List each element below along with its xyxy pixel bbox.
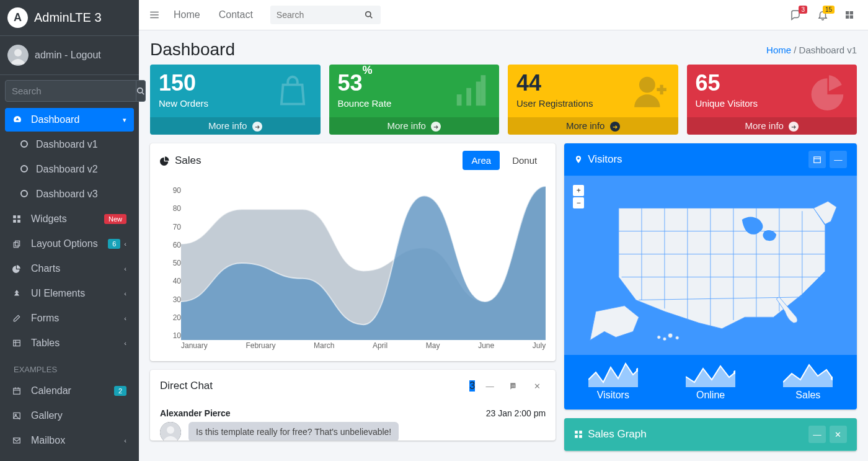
sidebar-item-dashboard[interactable]: Dashboard ▾ [5,108,134,132]
chat-sender-name: Alexander Pierce [160,408,231,418]
sidebar-item-ui[interactable]: UI Elements‹ [5,282,134,305]
svg-marker-54 [588,364,638,387]
svg-rect-10 [14,340,20,346]
bar-chart-icon [452,72,490,110]
nav-header-examples: EXAMPLES [5,356,134,378]
badge-count: 6 [108,239,120,249]
badge-new: New [104,214,126,224]
svg-point-23 [366,12,371,17]
arrow-right-icon: ➜ [252,122,262,132]
sidebar-item-calendar[interactable]: Calendar2 [5,379,134,403]
user-plus-icon [631,72,670,110]
circle-icon [17,189,31,200]
user-link[interactable]: admin - Logout [35,50,101,61]
card-title: Direct Chat [160,380,213,392]
circle-icon [17,139,31,150]
collapse-button[interactable]: — [830,151,847,168]
sidebar-item-tables[interactable]: Tables‹ [5,331,134,355]
chevron-left-icon: ‹ [124,240,126,248]
close-button[interactable]: ✕ [528,377,546,395]
small-box-link[interactable]: More info ➜ [687,117,857,135]
zoom-out-button[interactable]: − [573,197,584,208]
sidebar-item-dashboard-v3[interactable]: Dashboard v3 [5,182,134,206]
small-box-link[interactable]: More info ➜ [150,117,321,135]
stat-suffix: % [363,65,373,76]
topnav-messages-button[interactable]: 3 [786,9,805,20]
svg-point-33 [639,77,655,93]
sidebar-search-input[interactable] [5,80,136,102]
chat-body[interactable]: Alexander Pierce 23 Jan 2:00 pm Is this … [150,402,556,441]
brand[interactable]: A AdminLTE 3 [0,0,139,36]
hamburger-button[interactable] [149,9,160,20]
main: Home Contact 3 15 Dashboard Home [139,0,868,461]
th-icon [12,215,26,223]
svg-rect-61 [579,431,582,434]
calendar-icon [12,387,26,395]
collapse-button[interactable]: — [808,426,826,443]
visitors-map[interactable]: + − [564,176,857,355]
svg-rect-17 [14,413,20,418]
table-icon [12,339,26,347]
breadcrumb-current: Dashboard v1 [799,45,857,55]
topnav-contact-link[interactable]: Contact [214,9,258,20]
sidebar-item-charts[interactable]: Charts‹ [5,257,134,280]
sales-chart-card: Sales Area Donut 908070605040302010 Janu… [150,143,556,361]
svg-rect-32 [481,75,486,105]
close-button[interactable]: ✕ [830,426,847,443]
topnav-search-input[interactable] [270,6,357,24]
direct-chat-card: Direct Chat 3 — ✕ Alexander Pierce [150,370,556,441]
svg-rect-60 [575,431,578,434]
chat-badge: 3 [469,380,475,392]
page-title: Dashboard [150,40,235,60]
sidebar-search [0,75,139,107]
spark-visitors: Visitors [588,361,638,401]
arrow-right-icon: ➜ [789,122,799,132]
breadcrumb: Home / Dashboard v1 [766,45,857,55]
map-zoom-controls: + − [573,185,584,210]
chevron-left-icon: ‹ [124,339,126,347]
visitors-card: Visitors — + − [564,143,857,410]
svg-rect-28 [850,16,853,19]
sidebar: A AdminLTE 3 admin - Logout Dashboard ▾ [0,0,139,461]
contacts-button[interactable] [505,377,522,395]
svg-point-35 [167,426,174,434]
sidebar-item-forms[interactable]: Forms‹ [5,307,134,330]
svg-rect-25 [846,11,849,14]
sales-area-chart: 908070605040302010 JanuaryFebruaryMarchA… [160,186,546,352]
sales-graph-card: Sales Graph — ✕ [564,418,857,451]
zoom-in-button[interactable]: + [573,185,584,196]
sidebar-item-label: Mailbox [31,435,65,446]
sidebar-item-dashboard-v2[interactable]: Dashboard v2 [5,158,134,181]
topnav-notifications-button[interactable]: 15 [813,9,832,20]
sidebar-item-label: Dashboard [31,114,79,125]
topnav-home-link[interactable]: Home [169,9,205,20]
sidebar-item-label: Tables [31,338,60,349]
tab-area[interactable]: Area [463,151,500,170]
topnav-search-button[interactable] [357,7,381,23]
sidebar-item-widgets[interactable]: WidgetsNew [5,207,134,231]
small-box-visitors: 65Unique Visitors More info ➜ [687,65,857,135]
stat-value: 44 [516,70,541,96]
tab-donut[interactable]: Donut [503,151,546,170]
sidebar-item-dashboard-v1[interactable]: Dashboard v1 [5,133,134,156]
small-box-link[interactable]: More info ➜ [329,117,500,135]
topnav-search [270,6,381,24]
sidebar-item-layout[interactable]: Layout Options6‹ [5,232,134,256]
stat-value: 65 [696,70,720,96]
chat-timestamp: 23 Jan 2:00 pm [486,408,546,418]
small-box-link[interactable]: More info ➜ [508,117,678,135]
calendar-button[interactable] [808,151,826,168]
svg-rect-6 [13,220,16,223]
pie-chart-icon [810,72,848,110]
sidebar-item-mailbox[interactable]: Mailbox‹ [5,429,134,452]
svg-rect-30 [466,88,471,105]
svg-line-24 [370,16,373,19]
breadcrumb-home[interactable]: Home [766,45,791,55]
topnav-apps-button[interactable] [841,10,858,20]
collapse-button[interactable]: — [481,377,498,395]
sidebar-item-label: Dashboard v3 [36,189,98,200]
chat-message: Is this template really for free? That's… [188,422,399,441]
sidebar-item-gallery[interactable]: Gallery [5,404,134,427]
spark-online: Online [686,361,735,401]
sidebar-item-label: Charts [31,263,60,274]
